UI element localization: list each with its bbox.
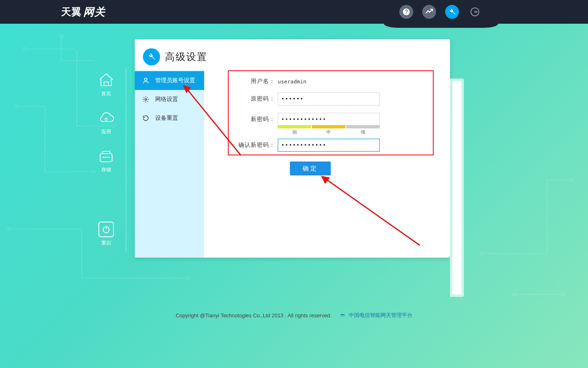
left-nav: 首页 应用 存储 重启: [92, 72, 120, 247]
password-strength-meter: 弱 中 强: [278, 125, 380, 135]
home-icon: [97, 72, 115, 88]
telecom-logo-icon: [339, 312, 346, 319]
input-old-password[interactable]: [278, 92, 380, 105]
header-icon-bar: [399, 5, 482, 19]
subnav-label-network: 网络设置: [155, 96, 178, 103]
subnav-item-admin-account[interactable]: 管理员账号设置: [135, 71, 204, 90]
help-icon[interactable]: [399, 5, 413, 19]
row-new-password: 新密码：: [229, 113, 442, 126]
logout-icon[interactable]: [468, 5, 482, 19]
row-username: 用户名： useradmin: [229, 78, 442, 85]
leftnav-label-apps: 应用: [101, 128, 111, 135]
subnav-label-reset: 设备重置: [155, 114, 178, 122]
strength-seg-strong: [346, 125, 380, 128]
card-header: 高级设置: [135, 39, 450, 70]
footer: Copyright @Tianyi Technologies Co.,Ltd 2…: [0, 312, 588, 319]
submit-row: 确定: [290, 162, 442, 175]
page-title-wrench-icon: [143, 48, 160, 65]
leftnav-item-restart[interactable]: 重启: [98, 222, 114, 247]
user-icon: [142, 77, 149, 84]
svg-point-15: [145, 99, 147, 101]
footer-copyright: Copyright @Tianyi Technologies Co.,Ltd 2…: [176, 312, 332, 319]
page-title: 高级设置: [165, 50, 207, 63]
leftnav-label-home: 首页: [101, 90, 111, 97]
stats-icon[interactable]: [422, 5, 436, 19]
value-username: useradmin: [278, 79, 306, 85]
storage-icon: [97, 148, 115, 164]
strength-label-strong: 强: [346, 129, 380, 135]
subnav-item-reset[interactable]: 设备重置: [135, 109, 204, 128]
svg-rect-11: [100, 154, 112, 162]
svg-point-10: [60, 34, 63, 38]
svg-point-0: [23, 47, 26, 51]
subnav-label-admin-account: 管理员账号设置: [155, 77, 195, 84]
settings-wrench-icon[interactable]: [445, 5, 459, 19]
leftnav-item-storage[interactable]: 存储: [97, 148, 115, 173]
leftnav-label-restart: 重启: [101, 240, 111, 247]
logo-text-2: 网关: [83, 5, 105, 19]
leftnav-label-storage: 存储: [101, 166, 111, 173]
strength-seg-medium: [312, 125, 345, 128]
gear-icon: [142, 96, 149, 103]
leftnav-item-apps[interactable]: 应用: [97, 110, 115, 135]
header-tab-decoration: [384, 24, 498, 28]
label-username: 用户名：: [229, 78, 278, 85]
left-nav-separator: [126, 67, 126, 251]
svg-point-6: [480, 252, 483, 255]
row-confirm-password: 确认新密码：: [229, 139, 442, 152]
svg-point-2: [15, 105, 18, 108]
cloud-icon: [97, 110, 115, 126]
subnav-item-network[interactable]: 网络设置: [135, 90, 204, 109]
submit-button[interactable]: 确定: [290, 162, 331, 175]
strength-label-medium: 中: [312, 129, 345, 135]
svg-point-8: [513, 293, 516, 296]
label-old-password: 原密码：: [229, 95, 278, 103]
row-old-password: 原密码：: [229, 92, 442, 105]
leftnav-item-home[interactable]: 首页: [97, 72, 115, 97]
reset-icon: [142, 114, 149, 122]
label-confirm-password: 确认新密码：: [229, 141, 278, 149]
svg-point-7: [570, 178, 573, 182]
top-header: 天翼 网关: [0, 0, 588, 24]
strength-label-weak: 弱: [278, 129, 312, 135]
brand-logo: 天翼 网关: [61, 5, 105, 19]
power-icon: [98, 222, 114, 237]
logo-text-1: 天翼: [61, 5, 82, 18]
footer-platform-text: 中国电信智能网关管理平台: [349, 312, 412, 319]
input-confirm-password[interactable]: [278, 139, 380, 152]
footer-platform: 中国电信智能网关管理平台: [339, 312, 412, 319]
main-card: 高级设置 管理员账号设置 网络设置 设备重置 用户名： useradmin: [135, 39, 450, 258]
svg-point-4: [7, 227, 10, 231]
svg-point-9: [562, 293, 565, 296]
svg-point-5: [186, 276, 189, 280]
svg-point-14: [145, 78, 147, 81]
strength-seg-weak: [278, 125, 311, 128]
settings-sub-sidebar: 管理员账号设置 网络设置 设备重置: [135, 70, 204, 258]
form-panel: 用户名： useradmin 原密码： 新密码： 弱 中: [204, 70, 450, 258]
card-right-stripe: [450, 79, 464, 297]
input-new-password[interactable]: [278, 113, 380, 126]
label-new-password: 新密码：: [229, 116, 278, 123]
